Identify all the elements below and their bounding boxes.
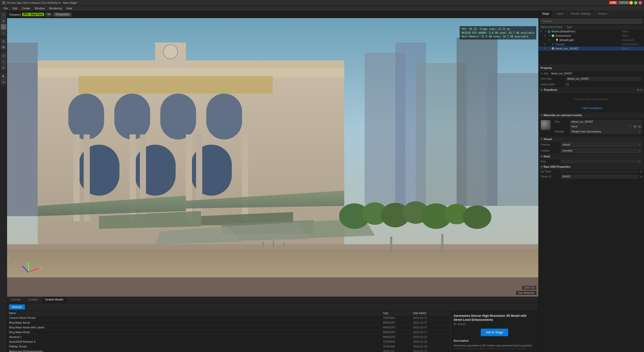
asset-type: IMAGERY xyxy=(383,321,413,324)
viewport-scene[interactable]: Y X FPS: 85.32, Frame time: 11.72 ms NVI… xyxy=(7,18,538,297)
close-button[interactable] xyxy=(638,1,642,5)
tree-row-world[interactable]: 👁 ▼ 🌐 World (defaultPrim) Xform xyxy=(539,29,644,34)
tree-type-defaultlight: DistantLight xyxy=(622,39,642,41)
material-preview xyxy=(541,120,551,130)
visibility-dropdown[interactable]: inherited xyxy=(561,149,642,153)
property-section-header[interactable]: Property xyxy=(539,65,644,71)
gpu-display: NVIDIA RTX A6000: 3.0 GB used, 43.7 GB a… xyxy=(462,31,534,35)
asset-row-3[interactable]: Bing Maps Road IMAGERY 2016-10-27 xyxy=(7,330,450,335)
asset-detail-panel: Aerometrex Denver High Resolution 3D Mod… xyxy=(450,311,538,352)
kind-dropdown[interactable] xyxy=(561,160,642,163)
add-icon[interactable]: + xyxy=(541,71,543,75)
svg-text:X: X xyxy=(40,265,43,270)
tab-content[interactable]: Content xyxy=(24,297,42,303)
asset-row-0[interactable]: Cesium World Terrain TERRAIN 2016-10-17 xyxy=(7,316,450,320)
menu-help[interactable]: Help xyxy=(64,6,74,10)
asset-row-6[interactable]: PAMap Terrain TERRAIN 2018-02-26 xyxy=(7,344,450,349)
play-tool[interactable]: ▶ xyxy=(1,73,6,79)
menu-create[interactable]: Create xyxy=(20,6,32,10)
settings-tool[interactable]: ⚙ xyxy=(1,65,6,70)
visibility-icon[interactable]: 👁 xyxy=(544,34,546,37)
grid-tool[interactable]: ⊟ xyxy=(1,53,6,58)
asset-date: 2018-02-21 xyxy=(413,335,448,338)
select-tool[interactable]: ↖ xyxy=(1,12,6,18)
asset-detail-id: ID: 354307 xyxy=(454,323,535,326)
raw-usd-section-title: Raw USD Properties xyxy=(544,165,570,168)
move-tool[interactable]: ✥ xyxy=(1,18,6,24)
cursor-tool[interactable]: ⊕ xyxy=(1,79,6,85)
material-none-dropdown[interactable]: None xyxy=(570,124,632,129)
tileset-id-icon[interactable]: ⊙ xyxy=(640,175,642,178)
add-transforms-container: + Add Transforms xyxy=(539,106,644,113)
visibility-icon[interactable]: 👁 xyxy=(540,30,542,33)
add-to-stage-button[interactable]: Add to Stage xyxy=(481,329,508,336)
kind-section-header[interactable]: ▼ Kind xyxy=(539,154,644,159)
visibility-icon[interactable]: 👁 xyxy=(548,39,550,41)
asset-row-1[interactable]: Bing Maps Aerial IMAGERY 2016-10-27 xyxy=(7,320,450,325)
copy-icon[interactable]: ⧉ xyxy=(633,124,637,129)
paste-icon[interactable]: ⊡ xyxy=(637,124,642,129)
perspective-btn[interactable]: Perspective xyxy=(54,13,71,16)
snap-tool[interactable]: ⊞ xyxy=(1,38,6,44)
raw-usd-section-header[interactable]: ▼ Raw USD Properties xyxy=(539,164,644,169)
asset-row-5[interactable]: ArcticDEM Release 4 TERRAIN 2018-02-25 xyxy=(7,339,450,344)
visibility-icon[interactable]: 👁 xyxy=(544,43,546,46)
data-attribution-label[interactable]: Data Attribution xyxy=(516,291,536,295)
svg-rect-13 xyxy=(160,94,196,140)
scale-tool[interactable]: ⤡ xyxy=(1,30,6,36)
fps-display: FPS: 85.32, Frame time: 11.72 ms xyxy=(462,27,534,31)
svg-rect-44 xyxy=(262,242,264,247)
light-tool[interactable]: ☀ xyxy=(1,59,6,64)
ion-token-label: ion Token xyxy=(541,170,561,173)
camera-settings-btn[interactable]: 📷 xyxy=(46,13,52,16)
ion-token-icon[interactable]: ⊙ xyxy=(640,170,642,173)
menu-file[interactable]: File xyxy=(2,6,10,10)
tab-layer[interactable]: Layer xyxy=(553,11,568,17)
tab-cesium-assets[interactable]: Cesium Assets xyxy=(42,297,67,303)
strength-dropdown[interactable]: Weaker than Descendants xyxy=(570,129,642,134)
tab-stage[interactable]: Stage xyxy=(539,11,553,17)
menu-rendering[interactable]: Rendering xyxy=(47,6,64,10)
left-toolbar: ↖ ✥ ↻ ⤡ ⊞ 📷 ⊟ ☀ ⚙ ▶ ⊕ xyxy=(0,11,7,352)
tree-row-cesium[interactable]: 👁 ▶ C Cesium CesiumDataPrim xyxy=(539,42,644,47)
transform-section-header[interactable]: ▼ Transform ⊕ ⊖ xyxy=(539,87,644,93)
camera-tool[interactable]: 📷 xyxy=(1,45,6,50)
visual-section-header[interactable]: ▼ Visual xyxy=(539,137,644,142)
rotate-tool[interactable]: ↻ xyxy=(1,24,6,30)
prim-path-value[interactable]: /tileset_ion_354307 xyxy=(566,77,642,81)
visibility-icon[interactable]: 👁 xyxy=(544,47,546,50)
tab-console[interactable]: Console xyxy=(7,297,24,303)
refresh-button[interactable]: Refresh xyxy=(9,304,25,310)
asset-name: Sentinel-2 xyxy=(9,335,383,338)
scene-tree[interactable]: Name (Old to New) Type 👁 ▼ 🌐 World (defa… xyxy=(539,25,644,65)
tree-row-defaultlight[interactable]: 👁 ▶ 💡 defaultLight DistantLight xyxy=(539,38,644,42)
asset-name: Cesium World Terrain xyxy=(9,316,383,319)
asset-row-4[interactable]: Sentinel-2 IMAGERY 2018-02-21 xyxy=(7,335,450,339)
transform-extra-icons: ⊕ ⊖ xyxy=(637,89,642,91)
add-transforms-button[interactable]: + Add Transforms xyxy=(577,106,605,111)
asset-row-2[interactable]: Bing Maps Aerial with Labels IMAGERY 201… xyxy=(7,325,450,330)
menu-window[interactable]: Window xyxy=(33,6,47,10)
toolbar-separator xyxy=(1,37,6,37)
tab-cesium[interactable]: Cesium xyxy=(594,11,611,17)
expand-arrow[interactable]: ▼ xyxy=(544,30,547,33)
maximize-button[interactable] xyxy=(634,1,637,5)
tree-label-cesium: Cesium xyxy=(555,43,622,46)
instanceable-checkbox[interactable] xyxy=(566,83,569,86)
minimize-button[interactable] xyxy=(629,1,633,5)
search-input[interactable] xyxy=(541,19,642,24)
purpose-dropdown[interactable]: default xyxy=(561,143,642,147)
mat-prim-value[interactable]: /tileset_ion_354307 xyxy=(570,120,642,124)
expand-arrow[interactable]: ▼ xyxy=(548,34,551,37)
tree-row-tileset[interactable]: 👁 ▶ 📦 tileset_ion_354307 Xform xyxy=(539,47,644,51)
materials-section-header[interactable]: ▼ Materials on selected models xyxy=(539,113,644,118)
asset-row-7[interactable]: Melbourne Photogrammetry 3DTILES 2020-01… xyxy=(7,349,450,352)
tileset-id-value[interactable]: 354307 xyxy=(561,175,639,179)
tab-render-settings[interactable]: Render Settings xyxy=(567,11,594,17)
ion-token-value[interactable] xyxy=(561,171,639,172)
asset-type: TERRAIN xyxy=(383,316,413,319)
bottom-tabs: Console Content Cesium Assets xyxy=(7,297,538,303)
svg-rect-46 xyxy=(283,242,285,247)
tree-row-environment[interactable]: 👁 ▼ 🌍 Environment Xform xyxy=(539,34,644,38)
menu-edit[interactable]: Edit xyxy=(11,6,19,10)
